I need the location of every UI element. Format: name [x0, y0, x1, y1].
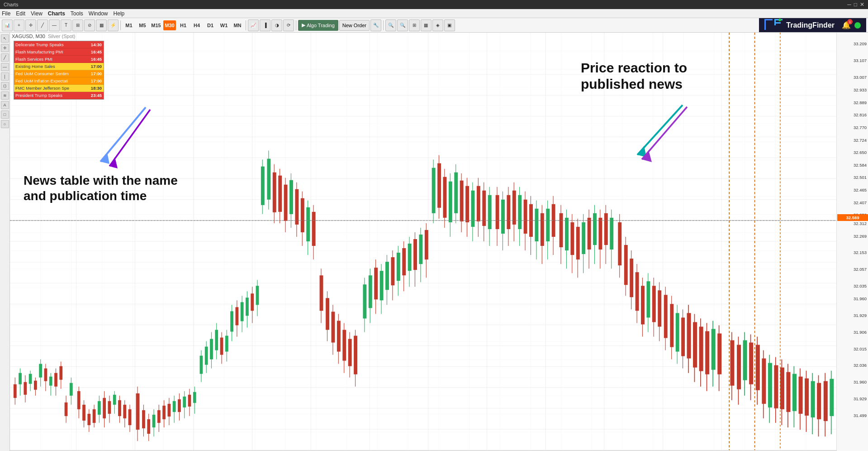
svg-rect-198: [443, 177, 446, 218]
rectangle-icon: □: [4, 112, 6, 117]
window-controls[interactable]: ─ □ ✕: [847, 1, 864, 8]
hline-tool[interactable]: —: [1, 63, 9, 71]
tf-m1[interactable]: M1: [123, 20, 135, 30]
text-tool[interactable]: A: [1, 101, 9, 109]
sync-icon: ⟳: [287, 23, 290, 28]
svg-rect-102: [173, 401, 176, 412]
price-32465: 32.465: [837, 187, 868, 193]
ellipse-tool[interactable]: ○: [1, 120, 9, 128]
logo-area: TradingFinder 🔔 1: [759, 18, 866, 32]
vol-btn[interactable]: ▦: [96, 19, 107, 31]
news-time-5: 17:00: [89, 71, 104, 76]
grid-btn[interactable]: ⊞: [409, 19, 420, 31]
crosshair-tool-icon: ✛: [3, 46, 7, 50]
svg-rect-58: [54, 373, 57, 387]
tf-m15[interactable]: M15: [150, 20, 162, 30]
menu-help[interactable]: Help: [114, 10, 125, 17]
news-time-6: 17:00: [89, 78, 104, 83]
menu-window[interactable]: Window: [89, 10, 108, 17]
chart-symbol: XAGUSD, M30: [12, 34, 45, 39]
text-btn[interactable]: T: [61, 19, 71, 31]
tf-m30[interactable]: M30: [163, 20, 176, 30]
chart-type-btn[interactable]: 📈: [248, 19, 259, 31]
svg-rect-104: [178, 399, 181, 412]
tf-h4[interactable]: H4: [190, 20, 203, 30]
price-32036: 32.036: [837, 362, 868, 369]
terminal-btn[interactable]: ▣: [444, 19, 455, 31]
new-order-label: New Order: [342, 23, 366, 28]
maximize-btn[interactable]: □: [854, 1, 857, 8]
svg-rect-186: [408, 244, 412, 271]
navigator-btn[interactable]: ◈: [432, 19, 443, 31]
menu-charts[interactable]: Charts: [48, 10, 65, 17]
tf-d1[interactable]: D1: [204, 20, 217, 30]
tools-btn2[interactable]: 🔧: [370, 19, 381, 31]
bell-wrapper[interactable]: 🔔 1: [842, 21, 851, 29]
tf-mn[interactable]: MN: [231, 20, 244, 30]
tf-w1[interactable]: W1: [218, 20, 230, 30]
zoom-out-btn[interactable]: 🔍: [397, 19, 408, 31]
svg-rect-80: [113, 395, 116, 405]
line-btn[interactable]: ╱: [37, 19, 48, 31]
svg-rect-206: [465, 186, 469, 222]
svg-rect-116: [210, 339, 213, 359]
tf-h1[interactable]: H1: [177, 20, 190, 30]
close-btn[interactable]: ✕: [860, 1, 864, 8]
line-tool[interactable]: ╱: [1, 53, 9, 62]
zoom-in-btn[interactable]: 🔍: [385, 19, 396, 31]
svg-rect-52: [39, 364, 42, 378]
minimize-btn[interactable]: ─: [847, 1, 851, 8]
zoom-out-icon: 🔍: [400, 23, 405, 28]
svg-rect-316: [799, 377, 803, 414]
indicator-btn[interactable]: ⚡: [108, 19, 119, 31]
svg-rect-304: [762, 359, 766, 404]
svg-rect-290: [711, 329, 716, 369]
svg-rect-68: [82, 405, 85, 421]
news-name-6: Fed UoM Inflation Expectati: [14, 78, 89, 83]
new-chart-btn[interactable]: 📊: [2, 19, 13, 31]
cursor-tool[interactable]: ↖: [1, 34, 9, 43]
news-time-1: 14:30: [89, 42, 104, 47]
fib-tool[interactable]: ≋: [1, 91, 9, 100]
svg-rect-150: [301, 198, 304, 232]
price-31960: 31.960: [837, 296, 868, 302]
svg-rect-210: [477, 186, 480, 221]
crosshair-btn[interactable]: ✛: [25, 19, 36, 31]
line-icon: ╱: [41, 23, 44, 28]
svg-rect-170: [363, 284, 366, 318]
svg-rect-204: [460, 181, 464, 221]
tf-m5[interactable]: M5: [136, 20, 149, 30]
vline-tool[interactable]: |: [1, 72, 9, 81]
menu-edit[interactable]: Edit: [16, 10, 25, 17]
svg-rect-66: [77, 391, 81, 409]
price-axis: 33.209 33.107 33.007 32.933 32.889 32.81…: [836, 33, 868, 451]
menu-view[interactable]: View: [31, 10, 43, 17]
algo-trading-btn[interactable]: ▶ Algo Trading: [298, 20, 338, 31]
period-btn[interactable]: ⊘: [84, 19, 95, 31]
svg-rect-244: [576, 227, 580, 259]
svg-rect-220: [507, 195, 510, 229]
rectangle-tool[interactable]: □: [1, 110, 9, 119]
menu-tools[interactable]: Tools: [71, 10, 83, 17]
news-name-4: Existing Home Sales: [14, 64, 89, 69]
candlestick-chart: [10, 33, 836, 450]
svg-rect-50: [34, 381, 37, 390]
svg-rect-164: [342, 330, 346, 360]
sync-btn[interactable]: ⟳: [283, 19, 294, 31]
svg-rect-142: [278, 176, 282, 212]
hline-btn[interactable]: —: [49, 19, 60, 31]
chart-container[interactable]: XAGUSD, M30 Silver (Spot): [10, 33, 836, 451]
bar-type-btn[interactable]: ▐: [260, 19, 270, 31]
menu-file[interactable]: File: [2, 10, 10, 17]
svg-rect-176: [380, 271, 384, 300]
zoom-btn[interactable]: +: [14, 19, 24, 31]
crosshair-tool[interactable]: ✛: [1, 44, 9, 52]
data-window-btn[interactable]: ▦: [421, 19, 432, 31]
channel-tool[interactable]: ⟨⟩: [1, 82, 9, 90]
svg-rect-258: [618, 222, 621, 265]
svg-rect-92: [147, 419, 150, 434]
price-32889: 32.889: [837, 100, 868, 106]
new-order-btn[interactable]: New Order: [339, 20, 370, 31]
fib-btn[interactable]: ⊞: [72, 19, 83, 31]
theme-btn[interactable]: ◑: [271, 19, 282, 31]
